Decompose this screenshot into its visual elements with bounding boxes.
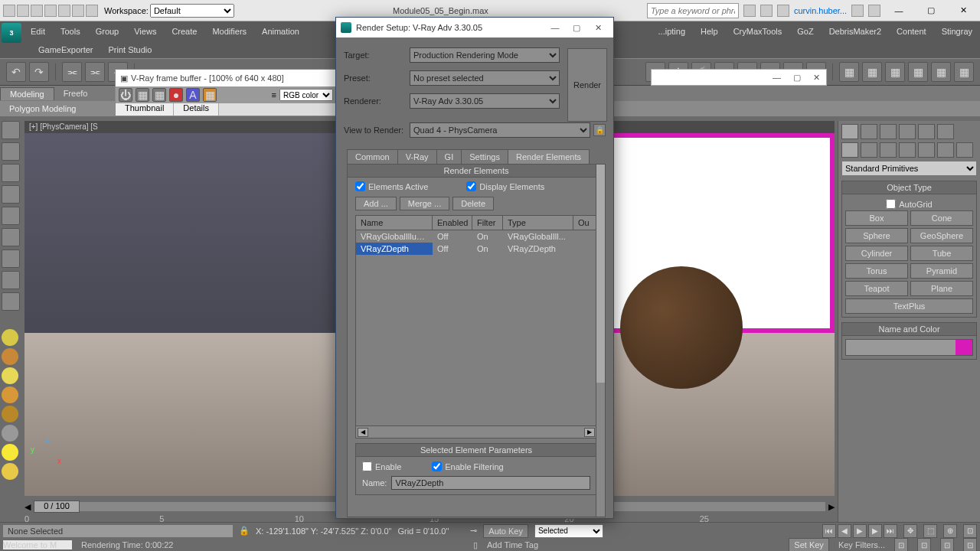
prim-textplus[interactable]: TextPlus: [845, 298, 973, 314]
link-button[interactable]: ⫘: [62, 62, 82, 82]
prim-pyramid[interactable]: Pyramid: [910, 263, 973, 279]
add-element-button[interactable]: Add ...: [355, 197, 397, 210]
menu-item[interactable]: CryMaxTools: [726, 21, 790, 41]
panel-tab[interactable]: [880, 124, 897, 139]
autokey-button[interactable]: Auto Key: [483, 524, 528, 538]
tb-icon[interactable]: [851, 5, 864, 17]
left-tool[interactable]: [2, 292, 20, 311]
panel-tab[interactable]: [918, 124, 935, 139]
add-time-tag[interactable]: Add Time Tag: [487, 540, 538, 549]
next-frame[interactable]: ▶: [868, 524, 882, 538]
left-tool[interactable]: [2, 185, 20, 204]
menu-item[interactable]: Edit: [23, 21, 53, 41]
left-tool[interactable]: [2, 249, 20, 268]
frame-buffer-window[interactable]: ▣ V-Ray frame buffer - [100% of 640 x 48…: [115, 69, 337, 115]
menu-item[interactable]: Animation: [254, 21, 307, 41]
fb-btn[interactable]: ⏻: [119, 88, 132, 102]
rollout-selected-params[interactable]: Selected Element Parameters: [355, 443, 597, 457]
sub-min[interactable]: —: [773, 73, 781, 82]
toolbar-button[interactable]: ▦: [885, 62, 905, 82]
menu-item[interactable]: Tools: [53, 21, 88, 41]
left-prim[interactable]: [2, 367, 18, 384]
key-icon[interactable]: ⊸: [470, 526, 477, 536]
menu-item[interactable]: Stingray: [934, 21, 980, 41]
scroll-right[interactable]: ▶: [584, 428, 595, 437]
viewport-label[interactable]: [+] [PhysCamera] [S: [29, 122, 98, 131]
fb-channel-select[interactable]: RGB color: [279, 89, 333, 101]
undo-button[interactable]: ↶: [6, 62, 26, 82]
table-row-selected[interactable]: VRayZDepth Off On VRayZDepth: [356, 243, 596, 255]
menu-item[interactable]: GoZ: [789, 21, 821, 41]
workspace-select[interactable]: Default: [150, 4, 234, 18]
create-cat[interactable]: [880, 142, 897, 158]
tl-right[interactable]: ▶: [828, 502, 835, 512]
renderer-select[interactable]: V-Ray Adv 3.30.05: [410, 93, 560, 109]
sub-close[interactable]: ✕: [813, 73, 820, 83]
enable-element-check[interactable]: [362, 461, 372, 471]
create-cat[interactable]: [899, 142, 916, 158]
fb-btn[interactable]: A: [186, 88, 200, 102]
render-button[interactable]: Render: [567, 48, 607, 122]
goto-end[interactable]: ⏭: [884, 524, 897, 538]
element-name-field[interactable]: [391, 476, 590, 490]
rollout-object-type[interactable]: Object Type: [841, 181, 977, 194]
left-prim[interactable]: [2, 348, 18, 365]
lock-view-button[interactable]: 🔒: [593, 124, 606, 136]
panel-tab[interactable]: [899, 124, 916, 139]
table-row[interactable]: VRayGlobalIllumi... Off On VRayGlobalIll…: [356, 230, 596, 243]
prim-sphere[interactable]: Sphere: [845, 228, 908, 243]
fb-record[interactable]: ●: [169, 88, 183, 102]
menu-item[interactable]: DebrisMaker2: [822, 21, 889, 41]
enable-filtering-check[interactable]: [432, 461, 442, 471]
tl-left[interactable]: ◀: [24, 502, 31, 512]
view-select[interactable]: Quad 4 - PhysCamera: [410, 122, 590, 138]
tb-icon[interactable]: [58, 5, 70, 17]
ribbon-tab-modeling[interactable]: Modeling: [0, 87, 54, 100]
prim-cone[interactable]: Cone: [910, 210, 973, 226]
left-tool[interactable]: [2, 207, 20, 225]
key-mode-select[interactable]: Selected: [534, 524, 603, 538]
sub-max[interactable]: ▢: [793, 73, 801, 83]
left-tool[interactable]: [2, 228, 20, 246]
setkey-button[interactable]: Set Key: [789, 538, 829, 551]
tb-icon[interactable]: [777, 5, 789, 17]
time-thumb[interactable]: 0 / 100: [34, 500, 80, 513]
left-prim[interactable]: [2, 329, 18, 346]
target-select[interactable]: Production Rendering Mode: [410, 47, 560, 63]
close-button[interactable]: ✕: [949, 2, 977, 19]
dialog-vscroll[interactable]: [596, 165, 605, 517]
menu-item[interactable]: Content: [889, 21, 934, 41]
left-tool[interactable]: [2, 164, 20, 182]
scroll-left[interactable]: ◀: [358, 428, 368, 437]
menu-item[interactable]: Modifiers: [204, 21, 254, 41]
left-prim[interactable]: [2, 406, 18, 422]
rollout-name-color[interactable]: Name and Color: [841, 322, 977, 336]
tb-icon[interactable]: [743, 5, 756, 17]
left-tool[interactable]: [2, 142, 20, 161]
tb-icon[interactable]: [760, 5, 773, 17]
nav-btn[interactable]: ⊡: [963, 524, 977, 538]
fb-tab-details[interactable]: Details: [174, 103, 219, 116]
tb-icon[interactable]: [17, 5, 29, 17]
fb-tab-thumbnail[interactable]: Thumbnail: [116, 103, 174, 116]
create-cat[interactable]: [918, 142, 935, 158]
menu-item[interactable]: GameExporter: [31, 45, 101, 54]
key-filters[interactable]: Key Filters...: [838, 540, 885, 549]
toolbar-button[interactable]: ▦: [908, 62, 928, 82]
maximize-button[interactable]: ▢: [917, 2, 945, 19]
tb-icon[interactable]: [72, 5, 84, 17]
menu-item[interactable]: ...ipting: [651, 21, 693, 41]
nav-btn[interactable]: ⬚: [923, 524, 937, 538]
nav-btn[interactable]: ⊡: [894, 538, 908, 551]
menu-item[interactable]: Group: [88, 21, 127, 41]
create-cat[interactable]: [937, 142, 954, 158]
tab-vray[interactable]: V-Ray: [397, 149, 437, 164]
tab-gi[interactable]: GI: [436, 149, 462, 164]
menu-item[interactable]: Help: [693, 21, 726, 41]
create-cat[interactable]: [841, 142, 858, 158]
fb-btn[interactable]: ▦: [152, 88, 166, 102]
display-elements-check[interactable]: [466, 181, 476, 191]
tb-icon[interactable]: [44, 5, 57, 17]
tab-render-elements[interactable]: Render Elements: [508, 149, 590, 164]
toolbar-button[interactable]: ▦: [839, 62, 859, 82]
